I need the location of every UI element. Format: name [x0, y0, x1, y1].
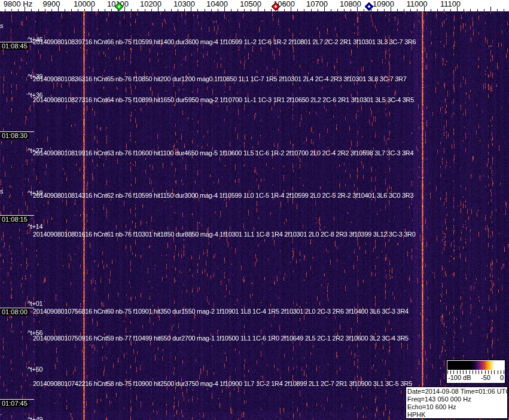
color-gradient-bar — [447, 361, 504, 370]
freq-minor-tick — [484, 9, 484, 11]
freq-minor-tick — [211, 9, 212, 11]
spectrogram-window: 9800 Hz990010000101001020010300104001050… — [0, 0, 509, 420]
event-detection-record: 20140908010836316 hCnt65 nb-76 f10850 hi… — [33, 75, 407, 82]
freq-minor-tick — [231, 9, 231, 11]
freq-minor-tick — [164, 9, 165, 11]
freq-minor-tick — [171, 9, 172, 11]
freq-minor-tick — [444, 9, 444, 11]
freq-minor-tick — [318, 9, 318, 11]
freq-minor-tick — [11, 9, 12, 11]
freq-minor-tick — [404, 9, 404, 11]
green-diamond-marker[interactable] — [114, 2, 124, 14]
freq-minor-tick — [437, 9, 438, 11]
time-axis-label: 01:08:45 — [1, 42, 29, 50]
legend-label-max: 0 — [500, 374, 504, 382]
freq-minor-tick — [377, 9, 378, 11]
freq-minor-tick — [244, 9, 245, 11]
waterfall-spectrogram — [0, 0, 509, 420]
event-time-label: ^t+14 — [28, 223, 42, 230]
freq-minor-tick — [5, 9, 5, 11]
freq-minor-tick — [45, 9, 45, 11]
time-axis-label: 01:08:00 — [1, 308, 29, 315]
freq-minor-tick — [251, 9, 251, 11]
left-edge-mark: s — [0, 188, 3, 195]
freq-major-tick — [324, 7, 325, 11]
freq-minor-tick — [350, 9, 351, 11]
freq-major-tick — [424, 7, 425, 11]
frequency-axis: 9800 Hz990010000101001020010300104001050… — [0, 0, 509, 11]
freq-minor-tick — [264, 9, 265, 11]
freq-minor-tick — [397, 9, 398, 11]
freq-axis-label: 10300 — [173, 0, 195, 8]
left-edge-mark: ` — [0, 413, 2, 420]
blue-diamond-marker-icon — [364, 2, 374, 11]
freq-minor-tick — [98, 9, 99, 11]
freq-minor-tick — [78, 9, 78, 11]
info-box-line: HPHK — [407, 411, 506, 419]
freq-minor-tick — [464, 9, 464, 11]
event-detection-record: 20140908010756816 hCnt60 nb-75 f10901 hi… — [33, 308, 409, 315]
red-diamond-marker[interactable] — [271, 2, 281, 14]
event-detection-record: 20140908010827316 hCnt64 nb-75 f10899 hi… — [33, 96, 414, 103]
db-color-scale: -100 dB -50 0 — [446, 360, 505, 384]
blue-diamond-marker[interactable] — [364, 2, 374, 14]
freq-minor-tick — [65, 9, 65, 11]
freq-major-tick — [457, 7, 458, 11]
event-detection-record: 20140908010819916 hCnt63 nb-76 f10600 hi… — [33, 149, 413, 157]
event-time-label: ^t+49 — [28, 416, 42, 420]
freq-minor-tick — [84, 9, 85, 11]
freq-major-tick — [258, 7, 258, 11]
freq-minor-tick — [105, 9, 105, 11]
freq-major-tick — [357, 7, 358, 11]
time-axis-label: 01:07:45 — [1, 400, 29, 407]
time-axis-label: 01:08:15 — [1, 216, 29, 223]
freq-minor-tick — [497, 9, 498, 11]
legend-labels: -100 dB -50 0 — [447, 374, 504, 382]
freq-major-tick — [92, 7, 92, 11]
freq-minor-tick — [337, 9, 338, 11]
freq-major-tick — [124, 7, 125, 11]
red-diamond-marker-icon — [271, 2, 281, 11]
left-edge-mark: s — [0, 22, 3, 29]
event-detection-record: 20140908010814316 hCnt62 nb-76 f10599 hi… — [33, 192, 413, 199]
freq-minor-tick — [450, 9, 451, 11]
freq-minor-tick — [331, 9, 331, 11]
event-time-label: ^t+50 — [28, 366, 42, 373]
freq-major-tick — [391, 7, 391, 11]
freq-major-tick — [291, 7, 291, 11]
freq-minor-tick — [71, 9, 72, 11]
freq-minor-tick — [38, 9, 39, 11]
freq-minor-tick — [131, 9, 132, 11]
freq-minor-tick — [205, 9, 205, 11]
event-detection-record: 20140908010801616 hCnt61 nb-76 f10301 hi… — [33, 231, 416, 238]
freq-minor-tick — [51, 9, 52, 11]
status-info-box: Date=2014-09-08 Time=01:06 UTCFreq=143 0… — [406, 387, 508, 419]
freq-minor-tick — [151, 9, 152, 11]
green-diamond-marker-icon — [114, 2, 124, 11]
legend-label-min: -100 dB — [448, 374, 471, 382]
freq-major-tick — [158, 7, 159, 11]
freq-minor-tick — [297, 9, 298, 11]
freq-major-tick — [224, 7, 225, 11]
freq-minor-tick — [431, 9, 431, 11]
freq-minor-tick — [477, 9, 478, 11]
freq-major-tick — [58, 7, 59, 11]
freq-minor-tick — [417, 9, 417, 11]
freq-minor-tick — [218, 9, 218, 11]
freq-minor-tick — [138, 9, 138, 11]
time-axis-label: 01:08:30 — [1, 132, 29, 139]
freq-major-tick — [25, 7, 25, 11]
freq-minor-tick — [284, 9, 285, 11]
event-time-label: ^t+01 — [28, 300, 42, 307]
freq-minor-tick — [311, 9, 312, 11]
freq-minor-tick — [197, 9, 198, 11]
event-detection-record: 20140908010742216 hCnt58 nb-75 f10900 hi… — [33, 380, 412, 387]
freq-minor-tick — [384, 9, 385, 11]
freq-minor-tick — [18, 9, 19, 11]
freq-minor-tick — [184, 9, 185, 11]
freq-axis-label: 10800 — [340, 0, 361, 8]
info-box-line: Echo=10 600 Hz — [407, 403, 506, 411]
event-detection-record: 20140908010750916 hCnt59 nb-77 f10499 hi… — [33, 335, 409, 342]
info-box-line: Freq=143 050 000 Hz — [407, 396, 506, 403]
freq-minor-tick — [410, 9, 411, 11]
